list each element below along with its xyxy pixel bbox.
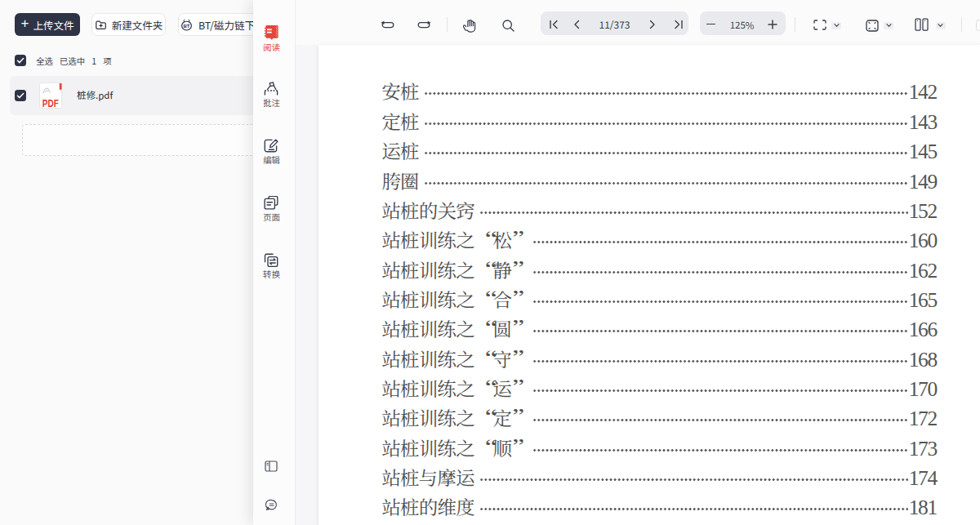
svg-text:BT: BT — [184, 23, 190, 28]
svg-text:PDF: PDF — [42, 98, 59, 109]
